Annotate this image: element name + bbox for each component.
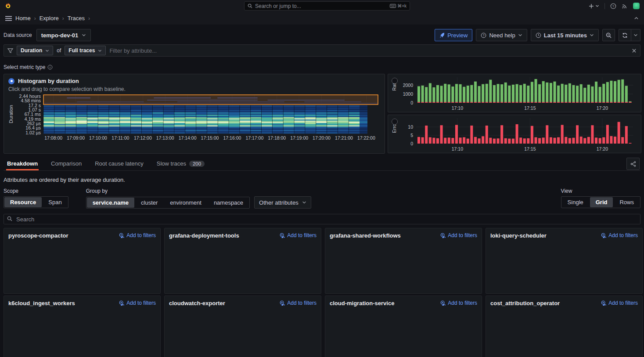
refresh-button[interactable] xyxy=(619,29,631,41)
scope-option-span[interactable]: Span xyxy=(43,197,67,207)
refresh-interval-dropdown[interactable] xyxy=(631,29,640,41)
info-circle-icon[interactable] xyxy=(47,65,53,70)
scope-option-resource[interactable]: Resource xyxy=(4,197,42,207)
add-to-filters-link[interactable]: 4.17 mins3.33 mins2.50 mins1.67 mins50 s… xyxy=(601,232,638,238)
rate-radio[interactable] xyxy=(392,78,398,84)
preview-button[interactable]: Preview xyxy=(435,29,472,41)
svg-text:4.17 mins: 4.17 mins xyxy=(281,236,285,238)
menu-hamburger-icon[interactable] xyxy=(5,16,12,21)
add-to-filters-link[interactable]: 4.17 mins3.33 mins2.50 mins1.67 mins50 s… xyxy=(440,232,477,238)
traces-type-dropdown[interactable]: Full traces xyxy=(65,46,106,55)
breadcrumb-separator: › xyxy=(88,15,90,22)
magnifier-plus-icon: 4.17 mins3.33 mins2.50 mins1.67 mins50 s… xyxy=(601,300,606,306)
add-to-filters-link[interactable]: 4.17 mins3.33 mins2.50 mins1.67 mins50 s… xyxy=(119,300,156,306)
divider xyxy=(604,3,605,9)
groupby-option-namespace[interactable]: namespace xyxy=(208,198,249,208)
breakdown-search-input[interactable] xyxy=(4,214,640,224)
service-duration-chart[interactable] xyxy=(169,240,317,291)
errors-bar-chart[interactable]: Errors051017:1017:1517:20 xyxy=(392,115,637,153)
view-option-rows[interactable]: Rows xyxy=(614,197,640,207)
tab-root-cause-latency[interactable]: Root cause latency xyxy=(94,158,144,170)
service-duration-chart[interactable] xyxy=(8,308,156,357)
service-duration-chart[interactable] xyxy=(8,240,156,291)
filter-bar: Duration of Full traces Filter by attrib… xyxy=(4,44,640,57)
chevron-down-icon xyxy=(633,33,638,37)
breadcrumb-separator: › xyxy=(62,15,64,22)
news-rss-icon[interactable] xyxy=(622,3,628,9)
chevron-down-icon xyxy=(302,200,306,205)
svg-text:Duration: Duration xyxy=(8,105,14,123)
svg-text:17:15: 17:15 xyxy=(524,105,536,111)
add-to-filters-link[interactable]: 4.17 mins3.33 mins2.50 mins1.67 mins50 s… xyxy=(119,232,156,238)
svg-text:5: 5 xyxy=(410,133,413,138)
rate-bar-chart[interactable]: Rate01000200017:1017:1517:20 xyxy=(392,75,637,112)
service-title: cloud-migration-service xyxy=(330,300,394,307)
user-avatar[interactable] xyxy=(633,3,640,9)
svg-text:17:17:00: 17:17:00 xyxy=(245,135,263,141)
breadcrumb-separator: › xyxy=(34,15,36,22)
service-duration-chart[interactable] xyxy=(330,308,477,357)
service-duration-chart[interactable] xyxy=(490,240,638,291)
tab-breakdown[interactable]: Breakdown xyxy=(6,158,39,170)
svg-text:17:21:00: 17:21:00 xyxy=(335,135,353,141)
groupby-option-service-name[interactable]: service.name xyxy=(87,198,134,208)
breadcrumb-item[interactable]: Explore xyxy=(40,15,59,22)
svg-text:4.17 mins: 4.17 mins xyxy=(603,303,606,306)
add-to-filters-link[interactable]: 4.17 mins3.33 mins2.50 mins1.67 mins50 s… xyxy=(601,300,638,306)
scope-group: Scope ResourceSpan xyxy=(4,188,68,208)
histogram-title: Histogram by duration xyxy=(18,78,79,84)
chevron-down-icon xyxy=(82,33,86,37)
help-icon[interactable]: ? xyxy=(610,3,616,9)
histogram-radio[interactable] xyxy=(8,78,14,84)
service-title: loki-query-scheduler xyxy=(490,232,547,239)
clear-filter-close-icon[interactable] xyxy=(632,48,637,53)
add-new-button[interactable] xyxy=(589,4,599,9)
tab-slow-traces[interactable]: Slow traces200 xyxy=(156,158,205,170)
add-to-filters-link[interactable]: 4.17 mins3.33 mins2.50 mins1.67 mins50 s… xyxy=(280,232,317,238)
view-option-grid[interactable]: Grid xyxy=(590,197,613,207)
time-range-picker[interactable]: Last 15 minutes xyxy=(531,29,599,41)
groupby-segmented: service.nameclusterenvironmentnamespace xyxy=(86,197,250,209)
select-metric-type-row: Select metric type xyxy=(4,64,640,70)
zoom-out-time-button[interactable] xyxy=(602,29,615,41)
service-panel: grafana-deployment-tools 4.17 mins3.33 m… xyxy=(164,228,321,294)
other-attributes-select[interactable]: Other attributes xyxy=(254,196,311,209)
service-panel: cost_attribution_operator 4.17 mins3.33 … xyxy=(486,296,643,357)
groupby-option-environment[interactable]: environment xyxy=(164,198,207,208)
errors-radio[interactable] xyxy=(392,119,398,125)
chevron-down-icon xyxy=(590,33,594,37)
keyboard-shortcut-badge: ⌘+k xyxy=(390,4,407,8)
svg-text:17:10:00: 17:10:00 xyxy=(89,135,107,141)
collapse-chevron-up-icon[interactable] xyxy=(634,16,639,21)
global-search-input[interactable]: Search or jump to... ⌘+k xyxy=(244,1,410,11)
breadcrumb-item[interactable]: Home xyxy=(15,15,31,22)
need-help-button[interactable]: ? Need help xyxy=(476,29,527,41)
service-title: cost_attribution_operator xyxy=(490,300,560,307)
duration-heatmap-chart[interactable]: Duration2.44 hours4.58 mins17.2 s1.07 s6… xyxy=(8,94,381,148)
service-duration-chart[interactable] xyxy=(330,240,477,291)
toolbar-row: Data source tempo-dev-01 Preview ? Need … xyxy=(4,29,640,42)
svg-text:17:10: 17:10 xyxy=(452,146,463,151)
service-panel: cloudwatch-exporter 4.17 mins3.33 mins2.… xyxy=(164,296,321,357)
attribute-filter-input[interactable]: Filter by attribute... xyxy=(109,47,628,54)
grafana-logo[interactable] xyxy=(4,2,12,10)
duration-filter-dropdown[interactable]: Duration xyxy=(17,46,53,55)
service-title: k6cloud_ingest_workers xyxy=(8,300,75,307)
service-panel: grafana-shared-workflows 4.17 mins3.33 m… xyxy=(325,228,482,294)
datasource-select[interactable]: tempo-dev-01 xyxy=(36,29,91,41)
svg-text:10: 10 xyxy=(408,124,413,130)
service-duration-chart[interactable] xyxy=(490,308,638,357)
chevron-down-icon xyxy=(518,33,522,37)
share-button[interactable] xyxy=(626,158,640,170)
breadcrumb-item[interactable]: Traces xyxy=(68,15,85,22)
add-to-filters-link[interactable]: 4.17 mins3.33 mins2.50 mins1.67 mins50 s… xyxy=(280,300,317,306)
share-alt-icon xyxy=(630,161,636,167)
svg-text:4.17 mins: 4.17 mins xyxy=(281,303,285,306)
service-duration-chart[interactable] xyxy=(169,308,317,357)
view-option-single[interactable]: Single xyxy=(562,197,589,207)
tab-comparison[interactable]: Comparison xyxy=(50,158,83,170)
groupby-option-cluster[interactable]: cluster xyxy=(135,198,163,208)
controls-row: Scope ResourceSpan Group by service.name… xyxy=(4,188,640,209)
svg-text:17:19:00: 17:19:00 xyxy=(290,135,308,141)
add-to-filters-link[interactable]: 4.17 mins3.33 mins2.50 mins1.67 mins50 s… xyxy=(440,300,477,306)
